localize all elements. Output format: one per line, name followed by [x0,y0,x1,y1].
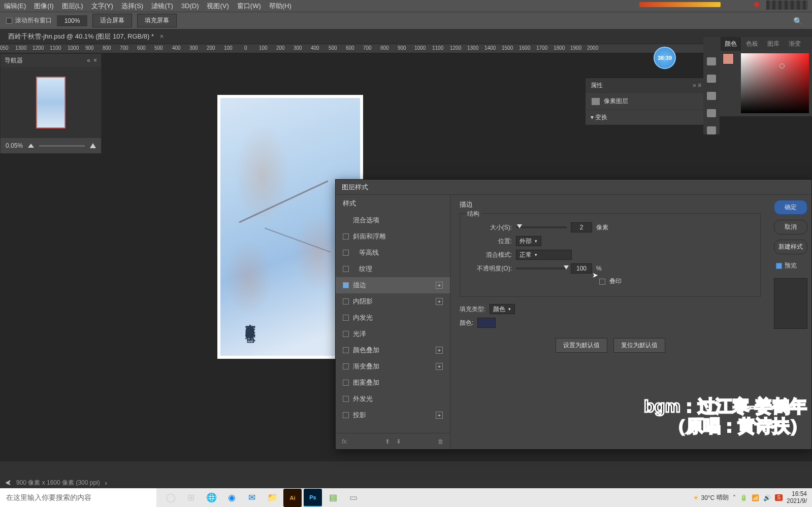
add-effect-icon[interactable]: + [436,363,443,370]
fill-screen-button[interactable]: 填充屏幕 [137,14,177,27]
style-checkbox[interactable] [343,233,349,240]
trash-icon[interactable]: 🗑 [438,438,444,445]
preview-toggle[interactable]: 预览 [774,261,807,270]
style-checkbox[interactable] [343,412,349,418]
reset-default-button[interactable]: 复位为默认值 [613,338,665,353]
menu-window[interactable]: 窗口(W) [237,2,261,11]
weather-widget[interactable]: ☀ 30°C 晴朗 [693,493,729,502]
style-checkbox[interactable] [343,266,349,272]
zoom-level[interactable]: 100% [57,15,87,26]
strip-icon-3[interactable] [707,92,716,100]
style-checkbox[interactable] [343,331,349,337]
status-chevron-icon[interactable]: › [105,480,107,487]
style-item-2[interactable]: 等高线 [336,245,450,261]
panel-menu-icon[interactable]: » ≡ [693,82,701,89]
menu-image[interactable]: 图像(I) [34,2,53,11]
menu-edit[interactable]: 编辑(E) [4,2,26,11]
tab-color[interactable]: 颜色 [721,37,741,51]
menu-3d[interactable]: 3D(D) [181,2,199,10]
style-checkbox[interactable] [343,363,349,369]
add-effect-icon[interactable]: + [436,298,443,305]
battery-icon[interactable]: 🔋 [740,494,748,501]
style-item-0[interactable]: 混合选项 [336,212,450,228]
menu-select[interactable]: 选择(S) [121,2,143,11]
style-item-5[interactable]: 内阴影+ [336,293,450,310]
add-effect-icon[interactable]: + [436,347,443,354]
style-checkbox[interactable] [343,298,349,305]
navigator-zoom[interactable]: 0.05% [6,142,23,149]
style-item-6[interactable]: 内发光 [336,310,450,326]
size-input[interactable] [571,222,592,232]
tray-chevron-up-icon[interactable]: ˄ [733,494,736,501]
task-view-icon[interactable]: ⊞ [182,489,200,507]
menu-view[interactable]: 视图(V) [207,2,229,11]
foreground-color-swatch[interactable] [723,53,734,64]
navigator-thumbnail[interactable] [36,77,66,128]
style-item-12[interactable]: 投影+ [336,407,450,423]
size-slider[interactable] [516,226,567,228]
explorer-icon[interactable]: 📁 [263,489,281,507]
style-checkbox[interactable] [343,282,349,288]
arrow-up-icon[interactable]: ⬆ [385,438,390,445]
panel-collapse-icon[interactable]: « [87,57,90,64]
strip-icon-4[interactable] [707,109,716,117]
tab-close-icon[interactable]: × [160,32,164,40]
search-icon[interactable]: 🔍 [793,17,803,26]
windows-search-input[interactable]: 在这里输入你要搜索的内容 [0,488,156,507]
add-effect-icon[interactable]: + [436,282,443,289]
strip-icon-5[interactable] [707,126,716,134]
volume-icon[interactable]: 🔊 [763,494,771,501]
tab-gradient[interactable]: 渐变 [785,37,805,51]
style-checkbox[interactable] [343,315,349,321]
status-expand-icon[interactable]: ⮜ [5,480,11,487]
style-checkbox[interactable] [343,396,349,402]
style-item-4[interactable]: 描边+ [336,277,450,293]
stroke-color-swatch[interactable] [477,318,496,328]
arrow-down-icon[interactable]: ⬇ [396,438,401,445]
mail-icon[interactable]: ✉ [243,489,261,507]
menu-filter[interactable]: 滤镜(T) [151,2,173,11]
color-picker-field[interactable] [741,53,809,113]
edge-icon[interactable]: 🌐 [202,489,220,507]
clock[interactable]: 16:54 2021/9/ [787,491,807,504]
transform-section[interactable]: 变换 [586,110,706,125]
illustrator-icon[interactable]: Ai [283,489,302,507]
menu-help[interactable]: 帮助(H) [269,2,291,11]
tab-swatches[interactable]: 色板 [742,37,762,51]
navigator-thumbnail-area[interactable] [1,67,101,138]
ok-button[interactable]: 确定 [774,200,807,215]
style-checkbox[interactable] [343,380,349,386]
tab-library[interactable]: 图库 [763,37,784,51]
opacity-slider[interactable] [516,267,567,269]
opacity-input[interactable] [571,263,592,274]
photoshop-icon[interactable]: Ps [304,489,322,507]
wifi-icon[interactable]: 📶 [752,494,759,501]
menu-text[interactable]: 文字(Y) [91,2,113,11]
fx-icon[interactable]: fx. [342,438,348,445]
style-item-11[interactable]: 外发光 [336,391,450,407]
navigator-slider[interactable] [39,145,85,147]
set-default-button[interactable]: 设置为默认值 [556,338,607,353]
scroll-all-checkbox[interactable]: 滚动所有窗口 [6,16,52,25]
document-tab[interactable]: 西岭千秋雪-jhn.psd @ 40.1% (图层 107, RGB/8) * … [3,29,169,44]
style-checkbox[interactable] [343,250,349,256]
add-effect-icon[interactable]: + [436,412,443,419]
fill-type-select[interactable]: 颜色 [490,304,515,314]
position-select[interactable]: 外部 [516,236,541,246]
style-item-3[interactable]: 纹理 [336,261,450,277]
ime-icon[interactable]: S [775,494,783,501]
panel-close-icon[interactable]: × [93,57,97,64]
overprint-checkbox[interactable] [599,279,605,285]
zoom-in-icon[interactable] [90,143,96,148]
app-window-icon[interactable]: ▭ [344,489,363,507]
fit-screen-button[interactable]: 适合屏幕 [92,14,132,27]
style-item-9[interactable]: 渐变叠加+ [336,358,450,375]
style-checkbox[interactable] [343,347,349,353]
new-style-button[interactable]: 新建样式 [774,240,807,254]
style-item-10[interactable]: 图案叠加 [336,375,450,391]
menu-layer[interactable]: 图层(L) [62,2,83,11]
app-green-icon[interactable]: ▤ [324,489,342,507]
task-circle-icon[interactable]: ◯ [161,489,180,507]
blend-mode-select[interactable]: 正常 [516,250,572,260]
cancel-button[interactable]: 取消 [774,220,807,234]
